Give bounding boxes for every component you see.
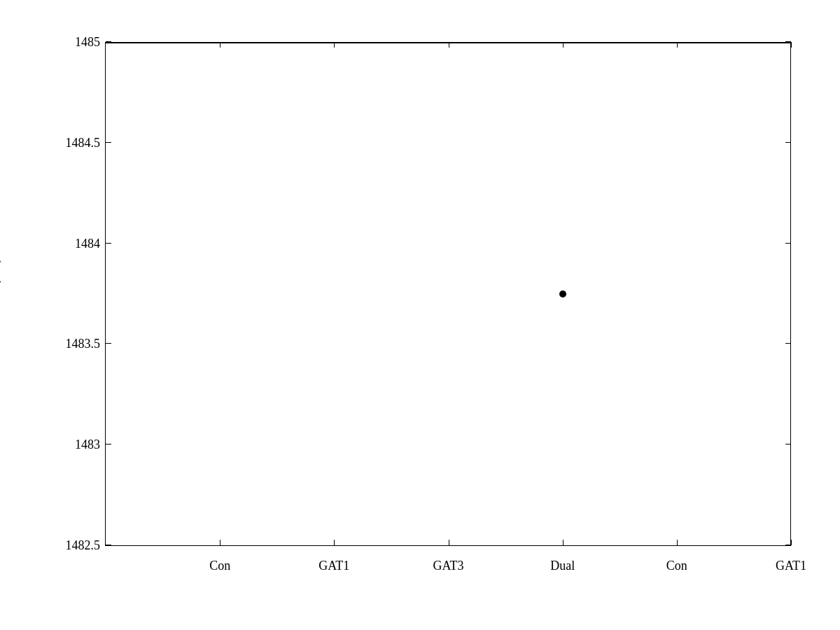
x-label-gat3: GAT3: [433, 559, 464, 573]
x-label-dual: Dual: [550, 559, 575, 573]
x-label-gat1-2: GAT1: [776, 559, 806, 573]
y-tick-1484-left: [106, 243, 111, 244]
y-label-14845: 1484.5: [66, 135, 101, 150]
plot-area: 1485 1484.5 1484 1483.5 1483 1482.5: [105, 42, 791, 546]
plot-right-border: [790, 42, 792, 545]
y-tick-14835-left: [106, 343, 111, 344]
x-tick-con2: [677, 540, 678, 545]
y-label-1484: 1484: [75, 236, 100, 251]
x-tick-con1: [220, 540, 220, 545]
y-tick-1483-right: [785, 444, 791, 444]
x-tick-dual: [563, 540, 564, 545]
y-tick-1485-left: [106, 41, 111, 42]
x-tick-top-dual: [563, 42, 564, 48]
y-tick-1483-left: [106, 444, 111, 444]
y-tick-14835-right: [785, 343, 791, 344]
x-tick-top-con1: [220, 42, 220, 48]
x-tick-gat3: [449, 540, 449, 545]
y-tick-14845-left: [106, 142, 111, 143]
x-label-con1: Con: [209, 559, 230, 573]
x-tick-gat1-2: [791, 540, 792, 545]
x-tick-gat1-1: [334, 540, 335, 545]
chart-wrapper: Burst onset time (ms) 1485 1484.5: [35, 28, 805, 602]
x-tick-top-gat3: [449, 42, 449, 48]
y-tick-14825-left: [106, 545, 111, 545]
y-label-1485: 1485: [75, 35, 100, 50]
y-label-14835: 1483.5: [66, 337, 101, 351]
chart-container: Burst onset time (ms) 1485 1484.5: [0, 0, 840, 630]
x-tick-top-gat1-2: [791, 42, 792, 48]
data-point-dual: [559, 290, 566, 298]
y-label-14825: 1482.5: [66, 538, 101, 553]
y-tick-1485-right: [785, 41, 791, 42]
y-label-1483: 1483: [75, 438, 100, 452]
y-tick-14825-right: [785, 545, 791, 545]
x-label-gat1-1: GAT1: [318, 559, 349, 573]
x-label-con2: Con: [666, 559, 687, 573]
y-axis-label: Burst onset time (ms): [0, 258, 2, 391]
x-tick-top-con2: [677, 42, 678, 48]
y-tick-1484-right: [785, 243, 791, 244]
x-tick-top-gat1-1: [334, 42, 335, 48]
y-tick-14845-right: [785, 142, 791, 143]
